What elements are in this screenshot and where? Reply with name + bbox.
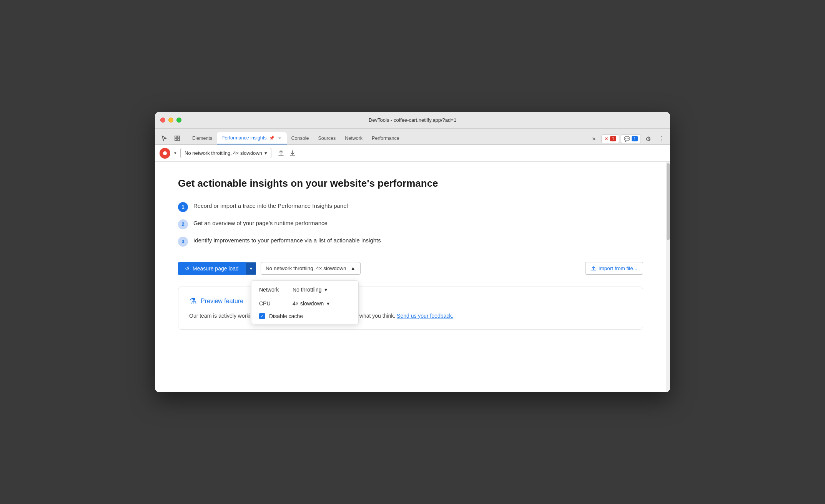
inspect-icon [174,135,180,141]
title-bar: DevTools - coffee-cart.netlify.app/?ad=1 [155,112,670,129]
export-buttons [278,150,296,157]
message-count: 1 [632,136,638,141]
send-feedback-link[interactable]: Send us your feedback. [397,313,453,319]
disable-cache-label: Disable cache [269,313,303,319]
more-options-btn[interactable]: ⋮ [655,133,667,144]
tab-performance-insights-label: Performance insights [221,135,266,141]
disable-cache-row[interactable]: ✓ Disable cache [259,313,351,319]
error-badge-btn[interactable]: ✕ 1 [601,134,619,143]
network-select[interactable]: No throttling ▾ [290,285,329,294]
cpu-value: 4× slowdown [293,300,324,307]
error-icon: ✕ [604,136,609,142]
measure-throttle-label: No network throttling, 4× slowdown [266,265,346,271]
tab-network[interactable]: Network [340,132,367,144]
more-tabs-btn[interactable]: » [588,133,600,144]
window-title: DevTools - coffee-cart.netlify.app/?ad=1 [369,117,456,123]
step-num-3: 3 [178,237,188,247]
tab-elements[interactable]: Elements [188,132,217,144]
main-content: Get actionable insights on your website'… [155,162,670,392]
import-btn-label: Import from file... [599,265,637,271]
measure-dropdown-btn[interactable]: ▾ [246,262,256,275]
export-download-btn[interactable] [289,150,296,157]
svg-rect-2 [175,139,177,141]
network-arrow: ▾ [324,287,327,293]
measure-throttle-select[interactable]: No network throttling, 4× slowdown ▲ [261,262,361,275]
message-badge-btn[interactable]: 💬 1 [621,134,641,143]
step-item-3: 3 Identify improvements to your performa… [178,236,643,247]
disable-cache-checkbox[interactable]: ✓ [259,313,265,319]
measure-page-load-btn[interactable]: ↺ Measure page load [178,262,246,275]
record-dropdown-arrow[interactable]: ▾ [173,150,177,156]
tabs-bar: Elements Performance insights 📌 ✕ Consol… [155,129,670,145]
cpu-select[interactable]: 4× slowdown ▾ [290,299,332,308]
record-indicator [163,151,167,155]
tab-elements-label: Elements [192,136,212,141]
step-text-1: Record or import a trace into the Perfor… [193,202,348,211]
refresh-icon: ↺ [185,265,190,272]
export-upload-btn[interactable] [278,150,284,157]
network-value: No throttling [293,287,321,293]
measure-btn-label: Measure page load [193,265,239,272]
error-count: 1 [610,136,616,141]
download-icon [289,150,296,157]
svg-rect-1 [178,136,180,138]
record-button[interactable] [160,148,170,159]
flask-icon: ⚗ [189,296,197,306]
throttle-dropdown-popup: Network No throttling ▾ CPU 4× slowdown … [251,280,359,324]
tab-performance[interactable]: Performance [367,132,404,144]
pin-icon: 📌 [269,136,274,141]
step-num-2: 2 [178,219,188,229]
step-text-2: Get an overview of your page's runtime p… [193,219,328,228]
cpu-label: CPU [259,300,284,307]
step-item-1: 1 Record or import a trace into the Perf… [178,202,643,212]
scrollbar[interactable] [666,162,670,392]
import-from-file-btn[interactable]: Import from file... [585,262,643,275]
devtools-window: DevTools - coffee-cart.netlify.app/?ad=1… [155,112,670,392]
step-item-2: 2 Get an overview of your page's runtime… [178,219,643,229]
message-icon: 💬 [624,136,630,142]
settings-btn[interactable]: ⚙ [642,133,654,144]
tabs-right: » ✕ 1 💬 1 ⚙ ⋮ [588,133,667,144]
toolbar-throttle-arrow: ▾ [264,150,267,156]
cpu-row: CPU 4× slowdown ▾ [259,299,351,308]
tab-console-label: Console [291,136,309,141]
main-area: Get actionable insights on your website'… [155,162,670,392]
step-text-3: Identify improvements to your performanc… [193,236,381,245]
close-button[interactable] [160,118,165,123]
preview-card: ⚗ Preview feature Our team is actively w… [178,287,643,330]
tab-performance-label: Performance [372,136,399,141]
cpu-arrow: ▾ [327,300,329,307]
maximize-button[interactable] [176,118,181,123]
toolbar-throttle-label: No network throttling, 4× slowdown [185,150,262,156]
inspect-icon-btn[interactable] [171,132,183,144]
svg-rect-3 [178,139,180,141]
tab-network-label: Network [345,136,363,141]
measure-btn-group: ↺ Measure page load ▾ [178,262,256,275]
cursor-icon [161,135,167,141]
tab-console[interactable]: Console [287,132,314,144]
network-label: Network [259,287,284,293]
step-num-1: 1 [178,202,188,212]
toolbar-throttle-select[interactable]: No network throttling, 4× slowdown ▾ [180,148,271,158]
minimize-button[interactable] [168,118,173,123]
steps-list: 1 Record or import a trace into the Perf… [178,202,643,247]
headline: Get actionable insights on your website'… [178,177,643,190]
import-icon [591,266,596,271]
preview-feature-title: Preview feature [201,298,243,305]
traffic-lights [160,118,181,123]
network-row: Network No throttling ▾ [259,285,351,294]
tab-performance-insights[interactable]: Performance insights 📌 ✕ [217,132,286,144]
toolbar: ▾ No network throttling, 4× slowdown ▾ [155,145,670,162]
upload-icon [278,150,284,157]
cursor-icon-btn[interactable] [158,132,170,144]
svg-rect-0 [175,136,177,138]
measure-throttle-arrow: ▲ [351,265,356,271]
actions-row: ↺ Measure page load ▾ No network throttl… [178,262,643,275]
scrollbar-thumb[interactable] [667,163,670,240]
tab-sources-label: Sources [318,136,336,141]
tab-close-btn[interactable]: ✕ [277,135,282,141]
tab-sources[interactable]: Sources [313,132,340,144]
divider [186,135,186,144]
